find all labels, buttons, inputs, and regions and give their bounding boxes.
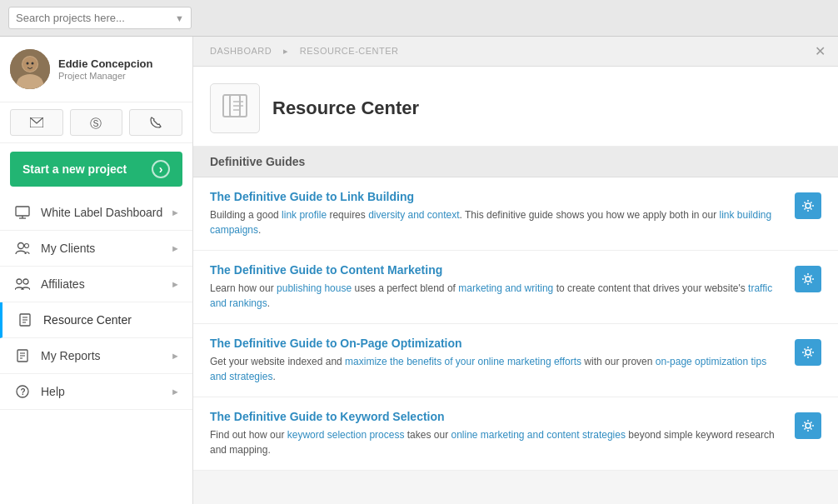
svg-point-30 [806, 203, 811, 208]
sidebar-item-label: Help [41, 385, 171, 398]
skype-icon: Ⓢ [90, 116, 103, 129]
link-text[interactable]: link profile [282, 209, 327, 221]
arrow-icon: ► [171, 351, 180, 361]
svg-text:Ⓢ: Ⓢ [90, 117, 102, 129]
new-project-label: Start a new project [22, 162, 127, 176]
svg-point-33 [806, 423, 811, 428]
breadcrumb-item-dashboard[interactable]: DASHBOARD [210, 46, 272, 56]
sidebar-item-affiliates[interactable]: Affiliates ► [0, 267, 192, 302]
guide-item-link-building: The Definitive Guide to Link Building Bu… [193, 177, 838, 251]
breadcrumb-item-resource-center[interactable]: RESOURCE-CENTER [300, 46, 399, 56]
sidebar-item-label: Resource Center [43, 313, 180, 327]
arrow-icon: ► [171, 387, 180, 397]
email-icon [30, 117, 43, 127]
arrow-icon: ► [171, 207, 180, 217]
guide-item-content-marketing: The Definitive Guide to Content Marketin… [193, 251, 838, 324]
guide-action-button[interactable] [795, 412, 821, 439]
guide-item-keyword-selection: The Definitive Guide to Keyword Selectio… [193, 397, 838, 471]
sidebar-item-white-label-dashboard[interactable]: White Label Dashboard ► [0, 195, 192, 231]
search-input[interactable] [16, 12, 175, 24]
main-layout: Eddie Concepcion Project Manager Ⓢ [0, 37, 838, 504]
guide-content: The Definitive Guide to Content Marketin… [210, 263, 782, 311]
sidebar-item-label: My Clients [41, 242, 171, 255]
settings-icon [801, 419, 815, 432]
svg-rect-8 [16, 207, 29, 216]
sidebar: Eddie Concepcion Project Manager Ⓢ [0, 37, 193, 504]
guide-action-button[interactable] [795, 266, 821, 292]
svg-point-5 [32, 62, 34, 65]
link-text[interactable]: keyword selection process [287, 429, 405, 441]
guide-content: The Definitive Guide to Link Building Bu… [210, 190, 782, 237]
breadcrumb-text: DASHBOARD ▸ RESOURCE-CENTER [206, 46, 403, 57]
top-bar: ▼ [0, 0, 838, 37]
user-info: Eddie Concepcion Project Manager [58, 57, 182, 82]
sidebar-item-help[interactable]: ? Help ► [0, 374, 192, 410]
user-profile: Eddie Concepcion Project Manager [0, 37, 192, 102]
help-icon: ? [12, 385, 32, 398]
resource-center-icon-box [210, 83, 260, 133]
guide-desc: Get your website indexed and maximize th… [210, 354, 782, 384]
sidebar-item-my-reports[interactable]: My Reports ► [0, 338, 192, 374]
svg-point-31 [806, 277, 811, 282]
svg-point-14 [23, 279, 28, 284]
sidebar-item-label: White Label Dashboard [41, 206, 171, 219]
settings-icon [801, 199, 815, 212]
guide-action-button[interactable] [795, 339, 821, 366]
breadcrumb: DASHBOARD ▸ RESOURCE-CENTER ✕ [193, 37, 838, 67]
link-text[interactable]: online marketing and content strategies [451, 429, 625, 441]
resource-center-header: Resource Center [193, 67, 838, 147]
skype-button[interactable]: Ⓢ [70, 109, 123, 136]
arrow-icon: ► [171, 243, 180, 253]
svg-point-12 [25, 244, 29, 248]
breadcrumb-separator: ▸ [283, 46, 292, 56]
sidebar-item-my-clients[interactable]: My Clients ► [0, 231, 192, 267]
arrow-icon: ► [171, 279, 180, 289]
resource-center-title: Resource Center [272, 97, 419, 119]
guide-desc: Find out how our keyword selection proce… [210, 427, 782, 457]
report-icon [12, 349, 32, 362]
guide-content: The Definitive Guide to On-Page Optimiza… [210, 337, 782, 384]
guide-content: The Definitive Guide to Keyword Selectio… [210, 410, 782, 457]
settings-icon [801, 272, 815, 286]
link-text[interactable]: marketing and writing [458, 282, 553, 294]
svg-point-13 [17, 279, 22, 284]
nav-menu: White Label Dashboard ► My Clients ► [0, 195, 192, 504]
new-project-button[interactable]: Start a new project › [10, 152, 182, 187]
guide-action-button[interactable] [795, 192, 821, 219]
phone-button[interactable] [129, 109, 182, 136]
affiliates-icon [12, 277, 32, 291]
guides-section: Definitive Guides The Definitive Guide t… [193, 147, 838, 504]
new-project-arrow-icon: › [152, 160, 170, 178]
settings-icon [801, 346, 815, 359]
search-box[interactable]: ▼ [8, 7, 192, 29]
email-button[interactable] [10, 109, 63, 136]
guide-title[interactable]: The Definitive Guide to Link Building [210, 190, 782, 203]
book-icon [15, 313, 35, 327]
link-text[interactable]: publishing house [277, 282, 352, 294]
people-icon [12, 242, 32, 255]
guides-header: Definitive Guides [193, 147, 838, 177]
link-text[interactable]: diversity and context [368, 209, 459, 221]
sidebar-item-label: My Reports [41, 349, 171, 362]
close-icon[interactable]: ✕ [815, 43, 826, 59]
guide-desc: Building a good link profile requires di… [210, 207, 782, 237]
guide-desc: Learn how our publishing house uses a pe… [210, 281, 782, 311]
svg-text:?: ? [21, 387, 26, 397]
resource-center-icon [220, 93, 250, 123]
main-content: DASHBOARD ▸ RESOURCE-CENTER ✕ Resource C… [193, 37, 838, 504]
link-text[interactable]: maximize the benefits of your online mar… [345, 356, 581, 367]
sidebar-item-resource-center[interactable]: Resource Center [0, 302, 192, 338]
user-role: Project Manager [58, 71, 182, 81]
svg-point-3 [22, 57, 37, 72]
chevron-down-icon: ▼ [175, 13, 184, 23]
user-name: Eddie Concepcion [58, 57, 182, 72]
svg-point-32 [806, 350, 811, 355]
monitor-icon [12, 206, 32, 219]
guide-title[interactable]: The Definitive Guide to Content Marketin… [210, 263, 782, 277]
guide-title[interactable]: The Definitive Guide to Keyword Selectio… [210, 410, 782, 423]
phone-icon [150, 117, 162, 128]
avatar [10, 49, 50, 89]
sidebar-item-label: Affiliates [41, 277, 171, 291]
svg-point-4 [27, 62, 29, 65]
guide-title[interactable]: The Definitive Guide to On-Page Optimiza… [210, 337, 782, 350]
